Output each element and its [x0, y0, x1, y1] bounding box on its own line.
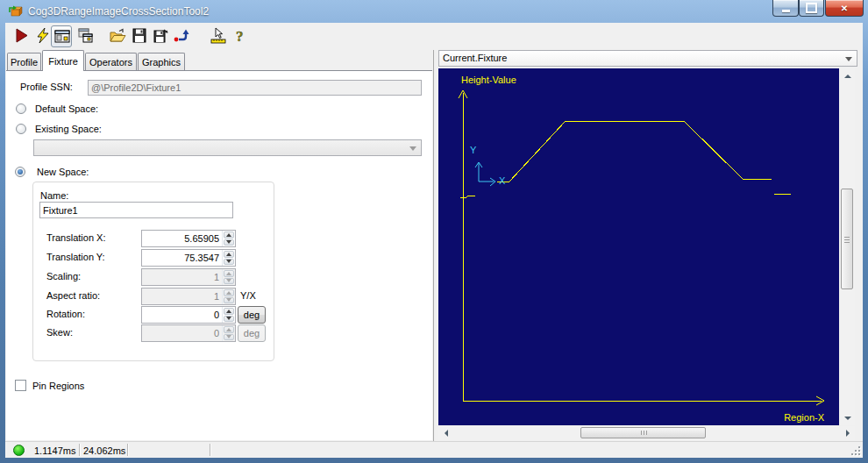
tool-display-icon [53, 28, 71, 46]
rotation-deg-button[interactable]: deg [238, 306, 266, 324]
statusbar-separator [210, 444, 211, 456]
statusbar-separator [79, 444, 81, 456]
minimize-button[interactable] [772, 0, 799, 17]
statusbar: 1.1147ms 24.062ms [5, 441, 863, 458]
panel-filler [855, 68, 863, 441]
spin-up-icon [224, 270, 234, 277]
record-selector-combobox[interactable]: Current.Fixture [438, 50, 857, 67]
maximize-button[interactable] [799, 0, 824, 17]
skew-deg-button: deg [238, 324, 266, 342]
arrow-down-icon [844, 417, 851, 420]
reset-icon [172, 27, 189, 45]
x-axis-label: Region-X [784, 412, 825, 423]
save-as-icon [153, 27, 170, 45]
spin-up-icon[interactable] [224, 308, 234, 315]
spin-down-icon [224, 297, 234, 304]
scroll-up-button[interactable] [840, 68, 855, 83]
close-button[interactable]: ✕ [825, 0, 864, 17]
chevron-down-icon [845, 57, 852, 61]
tab-fixture[interactable]: Fixture [42, 50, 84, 71]
spin-up-icon [224, 289, 234, 296]
total-time: 24.062ms [83, 445, 125, 456]
save-as-button[interactable] [151, 25, 172, 47]
skew-label: Skew: [46, 327, 73, 338]
scroll-down-button[interactable] [840, 410, 855, 425]
open-icon [109, 27, 126, 45]
tool-window: Cog3DRangeImageCrossSectionTool2 ✕ [0, 0, 868, 463]
profile-ssn-field [88, 80, 422, 96]
aspect-ratio-spinner [141, 288, 236, 305]
scaling-label: Scaling: [46, 271, 81, 281]
titlebar[interactable]: Cog3DRangeImageCrossSectionTool2 ✕ [0, 0, 868, 23]
name-field[interactable] [39, 202, 233, 218]
translation-y-spinner[interactable] [141, 249, 236, 267]
profile-ssn-label: Profile SSN: [20, 82, 73, 92]
default-space-radio[interactable] [16, 103, 26, 114]
y-axis-label: Height-Value [461, 75, 516, 85]
lightning-icon [34, 27, 52, 45]
horizontal-scrollbar[interactable] [438, 426, 855, 440]
svg-text:?: ? [236, 28, 244, 45]
scroll-right-button[interactable] [840, 426, 855, 440]
chevron-down-icon [409, 146, 416, 151]
arrow-right-icon [846, 430, 850, 437]
rotation-spinner[interactable] [141, 306, 236, 324]
window-title: Cog3DRangeImageCrossSectionTool2 [28, 5, 209, 18]
marker-y-label: Y [470, 145, 477, 155]
rotation-label: Rotation: [46, 309, 85, 319]
existing-space-combobox [33, 139, 422, 156]
reset-button[interactable] [170, 25, 191, 47]
vertical-scrollbar[interactable] [840, 68, 855, 425]
translation-x-spinner[interactable] [141, 230, 236, 247]
tool-cube-icon [9, 4, 23, 18]
arrow-up-icon [844, 75, 851, 78]
tool-display-button[interactable] [51, 25, 72, 47]
measure-icon [210, 27, 227, 45]
float-display-icon [76, 27, 94, 45]
measure-button[interactable] [208, 25, 229, 47]
run-status-icon [13, 445, 25, 456]
display-panel: Current.Fixture Height-Value Region-X [438, 50, 863, 441]
run-button[interactable] [11, 25, 32, 47]
existing-space-label: Existing Space: [35, 124, 102, 134]
spin-down-icon[interactable] [224, 259, 234, 266]
toolbar: ? [5, 23, 863, 50]
plot-background [438, 68, 839, 425]
fixture-tab-page: Profile SSN: Default Space: Existing Spa… [6, 70, 432, 440]
edit-panel: Profile Fixture Operators Graphics Profi… [5, 50, 433, 441]
marker-x-label: X [499, 175, 506, 186]
spin-up-icon [224, 326, 234, 333]
statusbar-separator [127, 444, 129, 456]
horizontal-scroll-thumb[interactable] [580, 427, 706, 438]
new-space-label: New Space: [37, 167, 89, 177]
tab-profile[interactable]: Profile [7, 53, 41, 71]
help-icon: ? [231, 27, 249, 45]
resize-grip[interactable] [850, 445, 860, 455]
spin-down-icon[interactable] [224, 316, 234, 323]
spin-down-icon[interactable] [224, 239, 234, 246]
tab-graphics[interactable]: Graphics [138, 53, 185, 71]
record-selector-value: Current.Fixture [443, 53, 507, 63]
pin-regions-checkbox[interactable] [15, 380, 26, 391]
spin-up-icon[interactable] [224, 251, 234, 258]
save-button[interactable] [129, 25, 150, 47]
spin-up-icon[interactable] [224, 232, 234, 239]
translation-y-label: Translation Y: [46, 252, 105, 262]
scroll-left-button[interactable] [438, 426, 453, 440]
open-button[interactable] [107, 25, 128, 47]
new-space-group: Name: Translation X: Translation Y: Scal… [32, 182, 274, 361]
arrow-left-icon [445, 430, 448, 437]
profile-plot[interactable]: Height-Value Region-X Y X [438, 68, 839, 425]
translation-x-label: Translation X: [46, 232, 105, 243]
help-button[interactable]: ? [230, 25, 251, 47]
tab-operators[interactable]: Operators [85, 53, 137, 71]
save-icon [131, 27, 148, 45]
aspect-ratio-suffix: Y/X [240, 290, 256, 301]
vertical-scroll-thumb[interactable] [841, 189, 853, 289]
pin-regions-label: Pin Regions [32, 381, 84, 391]
spin-down-icon [224, 278, 234, 285]
run-icon [12, 27, 30, 45]
existing-space-radio[interactable] [16, 124, 26, 134]
new-space-radio[interactable] [15, 167, 25, 177]
float-display-button[interactable] [75, 25, 96, 47]
